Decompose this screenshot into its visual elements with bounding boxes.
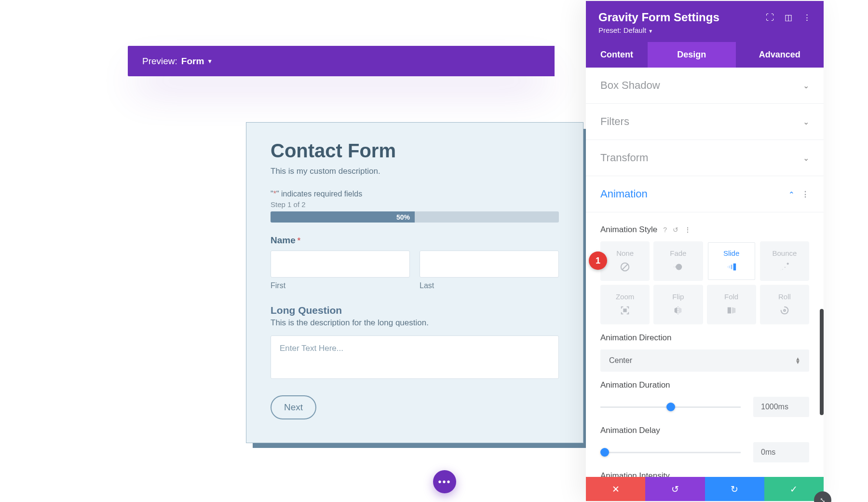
first-name-input[interactable] xyxy=(271,251,410,278)
anim-style-fold[interactable]: Fold xyxy=(707,285,756,324)
form-title: Contact Form xyxy=(271,140,559,162)
animation-style-grid: None Fade Slide Bounce Zoom xyxy=(600,241,809,324)
help-icon[interactable]: ? xyxy=(663,226,667,234)
svg-point-12 xyxy=(781,270,782,271)
anim-style-flip[interactable]: Flip xyxy=(653,285,703,324)
fold-icon xyxy=(725,304,738,317)
step-indicator: Step 1 of 2 xyxy=(271,200,559,209)
animation-duration-label: Animation Duration xyxy=(600,380,809,390)
svg-point-10 xyxy=(784,267,786,268)
required-note: "*" indicates required fields xyxy=(271,190,559,198)
long-question-desc: This is the description for the long que… xyxy=(271,318,559,328)
svg-rect-6 xyxy=(731,265,732,269)
settings-panel: Gravity Form Settings Preset: Default▼ ⛶… xyxy=(586,1,824,501)
kebab-icon[interactable]: ⋮ xyxy=(801,190,809,199)
columns-icon[interactable]: ◫ xyxy=(785,13,792,23)
form-description: This is my custom description. xyxy=(271,167,559,176)
kebab-icon[interactable]: ⋮ xyxy=(803,13,811,23)
panel-body: Box Shadow ⌄ Filters ⌄ Transform ⌄ Anima… xyxy=(586,68,824,477)
panel-title: Gravity Form Settings xyxy=(598,11,766,24)
delay-value-input[interactable]: 0ms xyxy=(753,442,809,462)
zoom-icon xyxy=(619,304,631,317)
redo-button[interactable]: ↻ xyxy=(705,477,764,501)
svg-rect-7 xyxy=(729,265,730,268)
callout-badge-1: 1 xyxy=(589,251,607,270)
svg-point-9 xyxy=(787,263,788,265)
slider-thumb[interactable] xyxy=(666,403,675,411)
form-preview: Contact Form This is my custom descripti… xyxy=(246,122,583,443)
slider-thumb[interactable] xyxy=(600,448,609,457)
preview-value: Form xyxy=(181,56,204,67)
long-question-textarea[interactable]: Enter Text Here... xyxy=(271,335,559,379)
bounce-icon xyxy=(778,261,791,273)
last-name-input[interactable] xyxy=(420,251,559,278)
anim-style-bounce[interactable]: Bounce xyxy=(760,241,809,281)
svg-point-4 xyxy=(674,266,675,267)
last-sublabel: Last xyxy=(420,281,559,290)
more-fab-button[interactable]: ••• xyxy=(433,470,456,493)
animation-style-label: Animation Style ? ↺ ⋮ xyxy=(600,225,809,235)
animation-direction-label: Animation Direction xyxy=(600,333,809,343)
anim-style-none[interactable]: None xyxy=(600,241,650,281)
tab-advanced[interactable]: Advanced xyxy=(736,42,824,68)
duration-value-input[interactable]: 1000ms xyxy=(753,397,809,417)
tab-design[interactable]: Design xyxy=(648,42,736,68)
scrollbar-thumb[interactable] xyxy=(820,309,824,415)
none-icon xyxy=(619,261,631,273)
undo-button[interactable]: ↺ xyxy=(645,477,705,501)
animation-direction-select[interactable]: Center ▲▼ xyxy=(600,349,809,372)
roll-icon xyxy=(778,304,791,317)
delay-slider[interactable] xyxy=(600,452,741,453)
svg-rect-14 xyxy=(727,307,731,314)
chevron-down-icon: ⌄ xyxy=(803,81,809,90)
preview-label: Preview: xyxy=(142,56,177,67)
long-question-title: Long Question xyxy=(271,305,559,316)
accordion-box-shadow[interactable]: Box Shadow ⌄ xyxy=(586,68,824,104)
preset-selector[interactable]: Preset: Default▼ xyxy=(598,26,766,34)
svg-rect-8 xyxy=(727,266,728,268)
svg-point-3 xyxy=(675,266,677,268)
accordion-transform[interactable]: Transform ⌄ xyxy=(586,140,824,176)
progress-fill: 50% xyxy=(271,211,415,223)
accordion-filters[interactable]: Filters ⌄ xyxy=(586,104,824,140)
caret-down-icon: ▼ xyxy=(207,58,213,65)
kebab-icon[interactable]: ⋮ xyxy=(684,226,691,234)
panel-footer: ✕ ↺ ↻ ✓ xyxy=(586,477,824,501)
name-label: Name* xyxy=(271,235,559,246)
next-button[interactable]: Next xyxy=(271,395,316,419)
close-button[interactable]: ✕ xyxy=(586,477,645,501)
animation-intensity-label: Animation Intensity xyxy=(600,471,809,477)
flip-icon xyxy=(672,304,684,317)
chevron-up-icon: ⌄ xyxy=(788,190,795,199)
svg-point-2 xyxy=(676,264,682,270)
anim-style-slide[interactable]: Slide xyxy=(707,241,756,281)
first-sublabel: First xyxy=(271,281,410,290)
anim-style-zoom[interactable]: Zoom xyxy=(600,285,650,324)
progress-bar: 50% xyxy=(271,211,559,223)
duration-slider[interactable] xyxy=(600,406,741,408)
svg-line-1 xyxy=(623,265,628,270)
animation-section: Animation Style ? ↺ ⋮ None Fade Slide xyxy=(586,212,824,477)
svg-point-11 xyxy=(782,269,783,270)
anim-style-fade[interactable]: Fade xyxy=(653,241,703,281)
preview-bar[interactable]: Preview: Form ▼ xyxy=(128,46,555,76)
panel-header: Gravity Form Settings Preset: Default▼ ⛶… xyxy=(586,1,824,42)
anim-style-roll[interactable]: Roll xyxy=(760,285,809,324)
chevron-down-icon: ⌄ xyxy=(803,153,809,163)
panel-tabs: Content Design Advanced xyxy=(586,42,824,68)
svg-rect-13 xyxy=(623,308,626,312)
select-arrows-icon: ▲▼ xyxy=(795,357,800,364)
accordion-animation[interactable]: Animation ⌄ ⋮ xyxy=(586,176,824,212)
animation-delay-label: Animation Delay xyxy=(600,426,809,435)
reset-icon[interactable]: ↺ xyxy=(673,226,678,234)
chevron-down-icon: ⌄ xyxy=(803,117,809,126)
fade-icon xyxy=(672,261,684,273)
focus-icon[interactable]: ⛶ xyxy=(766,13,774,23)
slide-icon xyxy=(725,261,738,273)
svg-rect-5 xyxy=(733,264,736,271)
tab-content[interactable]: Content xyxy=(586,42,648,68)
